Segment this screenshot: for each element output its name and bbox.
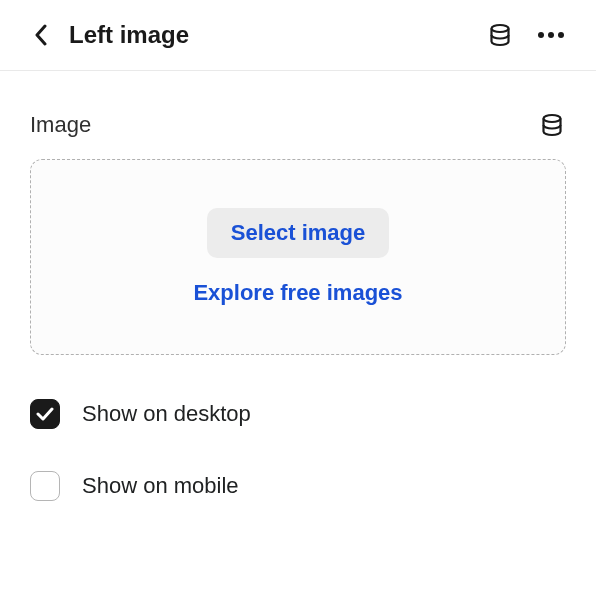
dynamic-source-button[interactable] — [538, 111, 566, 139]
select-image-button[interactable]: Select image — [207, 208, 390, 258]
panel-content: Image Select image Explore free images S… — [0, 71, 596, 501]
svg-point-2 — [548, 32, 554, 38]
check-icon — [36, 407, 54, 421]
svg-point-0 — [492, 25, 509, 32]
section-label: Image — [30, 112, 91, 138]
header-left: Left image — [30, 20, 189, 50]
show-on-desktop-row: Show on desktop — [30, 399, 566, 429]
chevron-left-icon — [34, 24, 47, 46]
back-button[interactable] — [30, 20, 51, 50]
explore-free-images-link[interactable]: Explore free images — [193, 280, 402, 306]
show-on-mobile-label: Show on mobile — [82, 473, 239, 499]
database-icon — [540, 113, 564, 137]
image-section-header: Image — [30, 111, 566, 139]
more-button[interactable] — [536, 30, 566, 40]
show-on-desktop-checkbox[interactable] — [30, 399, 60, 429]
svg-point-4 — [544, 115, 561, 122]
database-icon — [488, 23, 512, 47]
show-on-mobile-row: Show on mobile — [30, 471, 566, 501]
show-on-desktop-label: Show on desktop — [82, 401, 251, 427]
dots-horizontal-icon — [538, 32, 564, 38]
show-on-mobile-checkbox[interactable] — [30, 471, 60, 501]
database-button[interactable] — [486, 21, 514, 49]
image-dropzone[interactable]: Select image Explore free images — [30, 159, 566, 355]
svg-point-3 — [558, 32, 564, 38]
header-right — [486, 21, 566, 49]
page-title: Left image — [69, 21, 189, 49]
panel-header: Left image — [0, 0, 596, 71]
svg-point-1 — [538, 32, 544, 38]
